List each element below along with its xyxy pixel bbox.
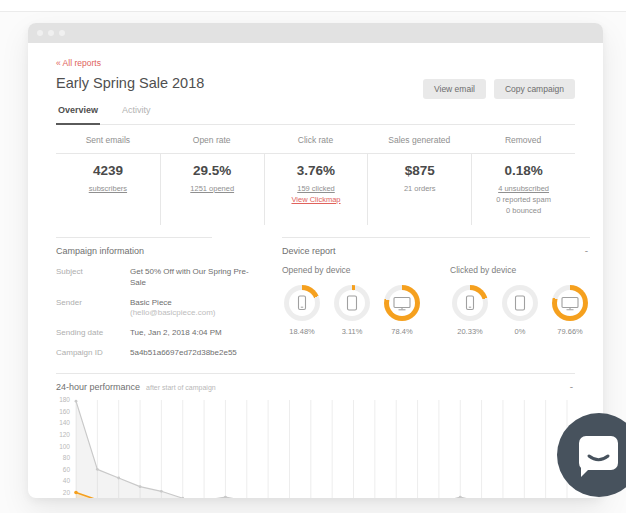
chat-bubble-icon	[579, 436, 618, 470]
stat-link[interactable]: 4 unsubscribed	[498, 184, 549, 193]
stat-value: 29.5%	[165, 163, 260, 178]
stat-sublinks: subscribers	[60, 184, 156, 193]
stat-sublinks: 21 orders	[372, 184, 467, 193]
device-group: Clicked by device20.33%0%79.66%	[450, 265, 590, 336]
collapse-section-button[interactable]: -	[583, 246, 590, 256]
donut-percentage: 3.11%	[332, 327, 372, 336]
desktop-donut: 78.4%	[382, 285, 422, 336]
info-value-subtext: (hello@basicpiece.com)	[130, 308, 264, 319]
campaign-info-row: SubjectGet 50% Off with Our Spring Pre-S…	[56, 267, 264, 289]
donut-ring	[452, 285, 488, 321]
section-title: 24-hour performance	[56, 382, 140, 392]
info-label: Campaign ID	[56, 348, 130, 359]
campaign-info-rows: SubjectGet 50% Off with Our Spring Pre-S…	[56, 267, 264, 359]
stat-label: Removed	[471, 127, 575, 153]
svg-text:140: 140	[59, 419, 70, 426]
stat-subtext: 21 orders	[404, 184, 436, 193]
tab-activity[interactable]: Activity	[120, 101, 153, 124]
section-title: Campaign information	[56, 246, 144, 256]
stat-subtext: 0 bounced	[506, 206, 541, 215]
stat-link[interactable]: 159 clicked	[297, 184, 335, 193]
view-email-button[interactable]: View email	[423, 79, 486, 99]
info-label: Sender	[56, 298, 130, 320]
stat-value: 3.76%	[269, 163, 364, 178]
tablet-donut: 0%	[500, 285, 540, 336]
performance-title-wrap: 24-hour performance after start of campa…	[56, 382, 216, 392]
campaign-information-section: Campaign information SubjectGet 50% Off …	[56, 237, 264, 359]
performance-section: 24-hour performance after start of campa…	[56, 373, 575, 498]
stat-value: 4239	[60, 163, 156, 178]
collapse-section-button[interactable]: -	[568, 382, 575, 392]
donut-percentage: 20.33%	[450, 327, 490, 336]
window-dot	[48, 30, 54, 36]
section-title: Device report	[282, 246, 336, 256]
svg-text:80: 80	[63, 454, 71, 461]
all-reports-back-link[interactable]: « All reports	[56, 58, 101, 68]
svg-text:100: 100	[59, 442, 70, 449]
device-report-section: Device report - Opened by device18.48%3.…	[282, 237, 590, 359]
stat-subtext: 0 reported spam	[496, 195, 551, 204]
donut-row: 20.33%0%79.66%	[450, 285, 590, 336]
info-label: Subject	[56, 267, 130, 289]
stats-values-row: 4239subscribers29.5%1251 opened3.76%159 …	[56, 153, 575, 225]
info-value-text: Tue, Jan 2, 2018 4:04 PM	[130, 328, 264, 339]
stat-cell: 0.18%4 unsubscribed0 reported spam0 boun…	[471, 154, 575, 225]
window-card: « All reports Early Spring Sale 2018 Vie…	[28, 23, 603, 498]
stat-label: Sales generated	[367, 127, 471, 153]
report-header: « All reports Early Spring Sale 2018 Vie…	[56, 43, 575, 91]
svg-text:20: 20	[63, 489, 71, 496]
donut-percentage: 78.4%	[382, 327, 422, 336]
donut-percentage: 79.66%	[550, 327, 590, 336]
tab-bar: Overview Activity	[56, 101, 575, 125]
campaign-info-row: Campaign ID5a4b51a6697ed72d38be2e55	[56, 348, 264, 359]
svg-text:120: 120	[59, 431, 70, 438]
stat-value: 0.18%	[476, 163, 571, 178]
donut-ring	[384, 285, 420, 321]
desktop-icon	[389, 290, 415, 316]
stat-link[interactable]: subscribers	[89, 184, 127, 193]
info-value: Basic Piece(hello@basicpiece.com)	[130, 298, 264, 320]
stat-link[interactable]: View Clickmap	[291, 195, 340, 204]
campaign-info-row: SenderBasic Piece(hello@basicpiece.com)	[56, 298, 264, 320]
desktop-donut: 79.66%	[550, 285, 590, 336]
stat-sublinks: 159 clickedView Clickmap	[269, 184, 364, 204]
donut-ring	[334, 285, 370, 321]
stat-label: Open rate	[160, 127, 264, 153]
device-report-header: Device report -	[282, 237, 590, 256]
phone-donut: 18.48%	[282, 285, 322, 336]
svg-text:60: 60	[63, 465, 71, 472]
tablet-donut: 3.11%	[332, 285, 372, 336]
window-titlebar	[28, 23, 603, 43]
phone-icon	[289, 290, 315, 316]
phone-icon	[457, 290, 483, 316]
info-value: 5a4b51a6697ed72d38be2e55	[130, 348, 264, 359]
info-value-text: 5a4b51a6697ed72d38be2e55	[130, 348, 264, 359]
device-group: Opened by device18.48%3.11%78.4%	[282, 265, 422, 336]
stat-label: Sent emails	[56, 127, 160, 153]
campaign-information-header: Campaign information	[56, 237, 212, 256]
stat-cell: $87521 orders	[367, 154, 471, 225]
device-group-title: Opened by device	[282, 265, 422, 275]
tab-overview[interactable]: Overview	[56, 101, 100, 125]
tablet-icon	[339, 290, 365, 316]
device-groups: Opened by device18.48%3.11%78.4%Clicked …	[282, 265, 590, 336]
donut-ring	[284, 285, 320, 321]
svg-text:160: 160	[59, 408, 70, 415]
performance-subtitle: after start of campaign	[146, 384, 216, 391]
stat-cell: 3.76%159 clickedView Clickmap	[264, 154, 368, 225]
svg-text:180: 180	[59, 396, 70, 403]
copy-campaign-button[interactable]: Copy campaign	[494, 79, 575, 99]
stat-sublinks: 4 unsubscribed0 reported spam0 bounced	[476, 184, 571, 215]
stat-link[interactable]: 1251 opened	[190, 184, 234, 193]
info-label: Sending date	[56, 328, 130, 339]
stats-summary: Sent emailsOpen rateClick rateSales gene…	[56, 127, 575, 225]
tablet-icon	[507, 290, 533, 316]
stat-value: $875	[372, 163, 467, 178]
info-value-text: Basic Piece	[130, 298, 264, 309]
window-dot	[37, 30, 43, 36]
info-device-columns: Campaign information SubjectGet 50% Off …	[56, 237, 575, 359]
campaign-info-row: Sending dateTue, Jan 2, 2018 4:04 PM	[56, 328, 264, 339]
donut-percentage: 0%	[500, 327, 540, 336]
donut-percentage: 18.48%	[282, 327, 322, 336]
stat-sublinks: 1251 opened	[165, 184, 260, 193]
